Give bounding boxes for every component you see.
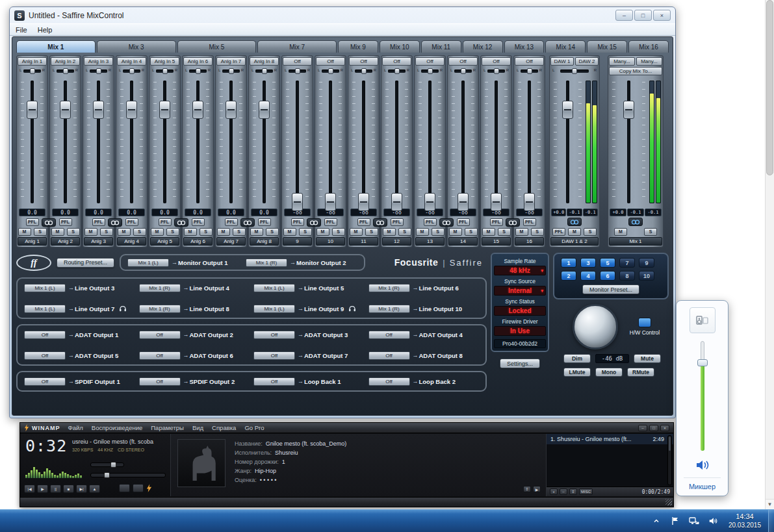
tab-mix-1[interactable]: Mix 1 (16, 40, 96, 53)
mute-button[interactable]: M (250, 228, 263, 236)
pan-slider[interactable]: LR (448, 67, 478, 75)
tab-mix-11[interactable]: Mix 11 (421, 40, 461, 53)
pan-slider[interactable]: LR (150, 67, 179, 75)
fader-handle[interactable] (325, 193, 336, 211)
solo-button[interactable]: S (398, 228, 411, 236)
fader[interactable] (218, 78, 244, 206)
fader-handle[interactable] (424, 193, 435, 211)
stereo-link-button[interactable] (439, 218, 454, 227)
route-source-select[interactable]: Mix 1 (R) (368, 284, 410, 292)
solo-button[interactable]: S (133, 228, 146, 236)
pfl-button[interactable]: PFL (324, 218, 337, 226)
tab-mix-3[interactable]: Mix 3 (97, 40, 176, 53)
fader-handle[interactable] (292, 193, 303, 211)
monitor-volume-knob[interactable] (573, 304, 618, 349)
pan-thumb[interactable] (527, 68, 532, 74)
stereo-link-button[interactable] (240, 218, 255, 227)
winamp-maximize-button[interactable]: □ (649, 425, 658, 431)
seek-slider-thumb[interactable] (104, 472, 110, 478)
solo-button[interactable]: S (365, 228, 378, 236)
tab-mix-9[interactable]: Mix 9 (338, 40, 378, 53)
playlist-list-button[interactable]: ≡ (569, 488, 577, 495)
pan-slider[interactable]: LR (117, 67, 146, 75)
taskbar-clock[interactable]: 14:34 20.03.2015 (726, 513, 764, 529)
solo-button[interactable]: S (200, 228, 213, 236)
volume-thumb[interactable] (697, 359, 708, 366)
pan-slider[interactable]: LR (415, 67, 445, 75)
route-source-select[interactable]: Off (253, 351, 295, 360)
monitor-output-8-button[interactable]: 8 (619, 271, 635, 281)
pan-slider[interactable]: LR (51, 67, 80, 75)
route-source-select[interactable]: Off (368, 331, 410, 339)
volume-slider-vertical[interactable] (695, 341, 710, 451)
input-source-select[interactable]: Anlg In 6 (183, 57, 213, 66)
copy-mix-to-button[interactable]: Copy Mix To... (609, 67, 662, 75)
tab-mix-12[interactable]: Mix 12 (463, 40, 503, 53)
page-scrollbar[interactable]: ▼ (765, 0, 774, 509)
playlist-add-button[interactable]: + (550, 488, 558, 495)
winamp-menu-параметры[interactable]: Параметры (151, 424, 184, 431)
route-source-select[interactable]: Off (368, 377, 410, 386)
mute-button[interactable]: M (383, 228, 396, 236)
action-center-flag-icon[interactable] (669, 515, 681, 527)
mute-button[interactable]: M (84, 228, 97, 236)
fader-handle[interactable] (126, 101, 137, 119)
winamp-menu-справка[interactable]: Справка (212, 424, 236, 431)
mute-button[interactable]: M (316, 228, 329, 236)
pan-slider[interactable]: LR (283, 67, 312, 75)
taskbar[interactable]: 14:34 20.03.2015 (0, 509, 774, 532)
fader-handle[interactable] (60, 101, 71, 119)
solo-button[interactable]: S (166, 228, 179, 236)
pfl-button[interactable]: PFL (457, 218, 470, 226)
pan-thumb[interactable] (129, 68, 135, 74)
solo-button[interactable]: S (67, 228, 80, 236)
route-source-select[interactable]: Mix 1 (L) (127, 259, 169, 267)
input-source-select[interactable]: Anlg In 4 (117, 57, 146, 66)
solo-button[interactable]: S (332, 228, 345, 236)
mute-speaker-button[interactable] (693, 457, 712, 473)
resize-grip[interactable] (665, 499, 672, 505)
fader[interactable] (251, 78, 277, 206)
fader-handle[interactable] (358, 193, 369, 211)
winamp-titlebar[interactable]: WINAMP ФайлВоспроизведениеПараметрыВидСп… (20, 423, 673, 433)
fader-handle[interactable] (93, 101, 104, 119)
mute-button[interactable]: M (449, 228, 462, 236)
pan-thumb[interactable] (295, 68, 300, 74)
monitor-output-3-button[interactable]: 3 (580, 258, 596, 268)
route-source-select[interactable]: Mix 1 (R) (139, 305, 181, 313)
open-mixer-link[interactable]: Микшер (689, 479, 716, 492)
hw-control-led[interactable] (638, 318, 651, 327)
pan-slider[interactable]: LR (216, 67, 246, 75)
route-source-select[interactable]: Off (24, 351, 66, 360)
monitor-output-7-button[interactable]: 7 (619, 258, 635, 268)
monitor-output-1-button[interactable]: 1 (561, 258, 576, 268)
pan-thumb[interactable] (229, 68, 234, 74)
fader[interactable] (552, 78, 584, 206)
solo-button[interactable]: S (465, 228, 478, 236)
network-icon[interactable] (688, 515, 700, 527)
fader-handle[interactable] (391, 193, 402, 211)
input-source-select[interactable]: Off (349, 57, 378, 66)
pan-slider[interactable]: LR (349, 67, 378, 75)
solo-button[interactable]: S (233, 228, 246, 236)
route-source-select[interactable]: Off (24, 377, 66, 386)
pfl-button[interactable]: PFL (192, 218, 205, 226)
pan-slider[interactable]: LR (382, 67, 411, 75)
route-source-select[interactable]: Mix 1 (R) (139, 284, 181, 292)
mute-button[interactable]: M (283, 228, 296, 236)
solo-button[interactable]: S (100, 228, 113, 236)
play-button[interactable]: ▶ (37, 485, 48, 493)
tab-mix-14[interactable]: Mix 14 (545, 40, 586, 53)
input-source-select[interactable]: Many... (636, 57, 662, 66)
input-source-select[interactable]: Off (515, 57, 544, 66)
monitor-output-2-button[interactable]: 2 (561, 271, 576, 281)
fader-handle[interactable] (27, 101, 38, 119)
fader[interactable] (118, 78, 145, 206)
input-source-select[interactable]: Anlg In 2 (51, 57, 80, 66)
pan-slider[interactable]: LR (183, 67, 213, 75)
playlist-scrollbar-thumb[interactable] (669, 437, 671, 451)
route-source-select[interactable]: Off (253, 331, 295, 339)
fader-handle[interactable] (491, 193, 502, 211)
lmute-button[interactable]: LMute (563, 368, 591, 377)
stop-button[interactable]: ■ (63, 485, 74, 493)
